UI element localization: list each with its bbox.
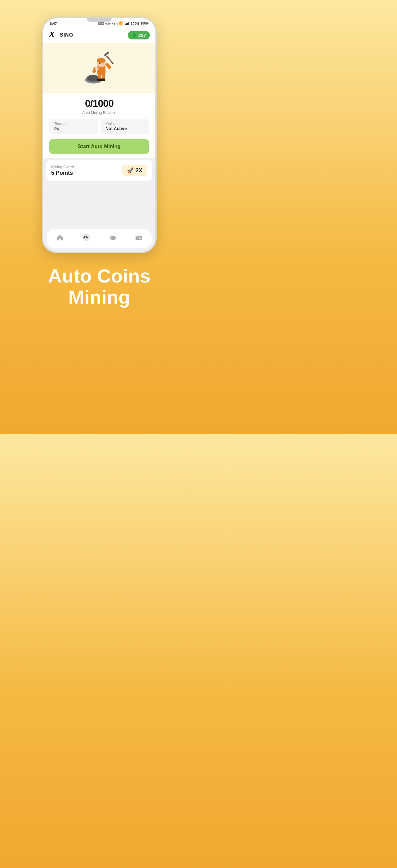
svg-point-24 (115, 238, 115, 238)
nav-item-mining[interactable]: ₿ (77, 232, 96, 245)
page-title-line2: Mining (48, 286, 151, 308)
svg-rect-7 (101, 79, 105, 81)
signal-bars (125, 22, 129, 25)
app-header: 𝗫 SINO 💲 227 (43, 27, 155, 43)
nav-item-games[interactable] (104, 232, 122, 244)
balance-badge: 💲 227 (128, 31, 150, 39)
bitcoin-cloud-icon: ₿ (82, 233, 91, 244)
home-icon (56, 234, 64, 243)
svg-rect-27 (136, 236, 138, 237)
speed-indicator: 0.16 KB/s (105, 22, 118, 25)
wifi-icon: 📶 (119, 22, 124, 26)
lte-badge: LTE (98, 22, 104, 25)
svg-point-17 (95, 67, 99, 70)
balance-icon: 💲 (132, 33, 137, 37)
phone-wrapper: 8:47 LTE 0.16 KB/s 📶 100% 100% (42, 17, 157, 253)
svg-rect-13 (97, 61, 105, 62)
nav-item-wallet[interactable] (130, 232, 147, 244)
status-bar: 8:47 LTE 0.16 KB/s 📶 100% 100% (43, 18, 155, 27)
wallet-icon (135, 234, 142, 243)
nav-item-home[interactable] (51, 232, 69, 244)
battery-level: 100% (131, 22, 139, 26)
speed-info: Mining Speed 5 Points (51, 165, 74, 176)
speed-multiplier: 2X (136, 167, 142, 174)
stats-section: 0/1000 Auto Mining Balance Time Left 0s … (43, 93, 155, 158)
svg-rect-26 (139, 238, 141, 239)
battery-percent: 100% (140, 22, 148, 25)
speed-value: 5 Points (51, 170, 74, 176)
logo-x: 𝗫 (49, 30, 59, 40)
logo-area: 𝗫 SINO (49, 30, 73, 40)
time-left-card: Time Left 0s (49, 119, 98, 134)
speed-badge[interactable]: 🚀 2X (122, 164, 147, 176)
mining-status-card: Mining Not Active (100, 119, 149, 134)
time-left-value: 0s (54, 126, 93, 131)
mining-balance-value: 0/1000 (85, 98, 113, 109)
status-time: 8:47 (50, 22, 57, 26)
mining-value: Not Active (105, 126, 144, 131)
bottom-nav: ₿ (47, 229, 152, 248)
svg-point-23 (114, 237, 114, 238)
svg-rect-9 (105, 62, 112, 69)
rocket-icon: 🚀 (127, 167, 134, 174)
svg-text:𝗫: 𝗫 (49, 30, 55, 38)
time-left-label: Time Left (54, 122, 93, 125)
svg-rect-16 (104, 51, 109, 56)
gamepad-icon (109, 234, 117, 243)
page-title-section: Auto Coins Mining (48, 266, 151, 308)
svg-point-14 (99, 63, 100, 64)
mining-balance-label: Auto Mining Balance (82, 111, 116, 115)
svg-rect-6 (97, 79, 101, 81)
mining-label: Mining (105, 122, 144, 125)
speed-label: Mining Speed (51, 165, 74, 169)
speed-section: Mining Speed 5 Points 🚀 2X (46, 160, 152, 181)
balance-value: 227 (138, 33, 146, 38)
main-content (43, 181, 155, 226)
page-title-line1: Auto Coins (48, 266, 151, 286)
mining-illustration (43, 43, 155, 93)
miner-svg (80, 49, 118, 87)
phone-inner: 8:47 LTE 0.16 KB/s 📶 100% 100% (43, 18, 155, 252)
status-bar-notch (87, 18, 112, 22)
start-auto-mining-button[interactable]: Start Auto Mining (49, 139, 149, 154)
svg-text:₿: ₿ (85, 236, 86, 239)
svg-rect-22 (111, 238, 112, 238)
logo-sino: SINO (60, 32, 73, 38)
time-mining-row: Time Left 0s Mining Not Active (49, 119, 149, 134)
